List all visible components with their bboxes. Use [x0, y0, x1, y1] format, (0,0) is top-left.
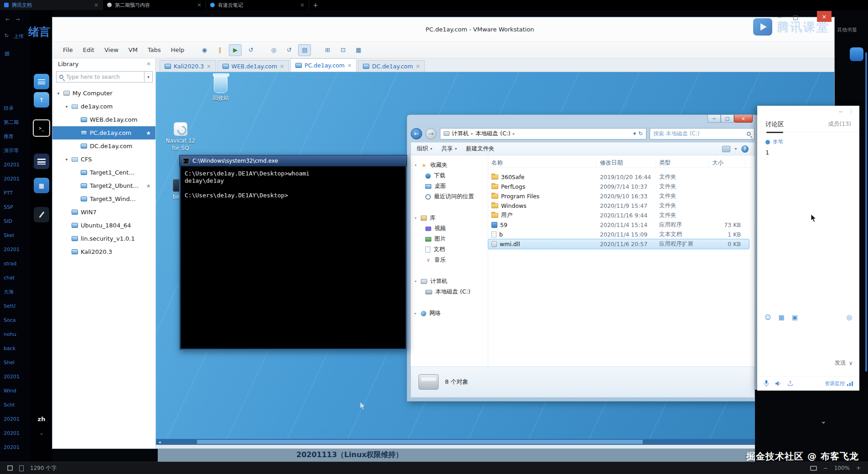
note-list-item[interactable]: back: [0, 341, 31, 356]
file-row-selected[interactable]: wmi.dll 2020/11/6 20:57 应用程序扩展 0 KB: [488, 239, 749, 249]
upload-button[interactable]: 上传: [14, 33, 24, 40]
close-tab-icon[interactable]: ×: [207, 63, 211, 69]
vm-tab-dc[interactable]: DC.de1ay.com ×: [358, 60, 425, 72]
note-list-item[interactable]: Wind: [0, 384, 31, 398]
note-list-item[interactable]: SSP: [0, 200, 31, 214]
breadcrumb-disk-c[interactable]: 本地磁盘 (C:): [475, 130, 511, 138]
share-screen-icon[interactable]: [787, 381, 793, 386]
note-list-item[interactable]: SID: [0, 214, 31, 228]
fullscreen-icon[interactable]: ⊡: [336, 44, 349, 56]
browser-tab-youdao[interactable]: 有道云笔记 ×: [206, 0, 309, 10]
browser-scrollbar[interactable]: [865, 52, 867, 371]
tree-item-pc-de1ay[interactable]: PC.de1ay.com ★: [52, 126, 155, 139]
note-list-item[interactable]: Shel: [0, 356, 31, 370]
tree-item-my-computer[interactable]: ▾ My Computer: [52, 87, 155, 100]
file-row[interactable]: 59 2020/11/4 15:14 应用程序 73 KB: [488, 220, 749, 230]
close-tab-icon[interactable]: ×: [94, 2, 98, 8]
upload-app-icon[interactable]: ↑: [34, 92, 49, 108]
tree-item-ubuntu[interactable]: Ubuntu_1804_64: [52, 219, 155, 232]
nav-item-disk-c[interactable]: 本地磁盘 (C:): [411, 287, 488, 297]
zoom-in-icon[interactable]: +: [856, 465, 861, 471]
nav-group-favorites[interactable]: ▾ ★ 收藏夹: [411, 160, 488, 170]
tree-item-de1ay-group[interactable]: ▾ de1ay.com: [52, 100, 155, 113]
terminal-app-icon[interactable]: >_: [33, 119, 50, 137]
note-list-item[interactable]: nohu: [0, 327, 31, 341]
tree-item-kali[interactable]: Kali2020.3: [52, 245, 155, 258]
note-list-item[interactable]: 演示等: [0, 144, 31, 158]
share-button[interactable]: 共享 ▾: [441, 145, 457, 153]
other-bookmarks[interactable]: 其他书签: [837, 26, 857, 33]
note-list-item[interactable]: 推荐: [0, 129, 31, 144]
nav-item-pictures[interactable]: 图片: [411, 234, 488, 244]
note-list-item[interactable]: strad: [0, 257, 31, 271]
settings-icon[interactable]: ◎: [847, 314, 852, 321]
desktop-icon-navicat[interactable]: Navicat 12 for SQ: [161, 122, 200, 152]
tree-item-target2[interactable]: Target2_Ubunt… ★: [52, 179, 155, 192]
vmware-app-icon[interactable]: [34, 154, 49, 169]
revert-snapshot-icon[interactable]: ↺: [283, 44, 295, 56]
note-list-item[interactable]: 20201: [0, 370, 31, 384]
tree-item-cfs-group[interactable]: ▾ CFS: [52, 153, 155, 166]
suspend-icon[interactable]: ∥: [213, 44, 226, 56]
expander-icon[interactable]: ▾: [413, 279, 418, 283]
favorite-star-icon[interactable]: ★: [146, 183, 151, 189]
snapshot-icon[interactable]: ◎: [267, 44, 280, 56]
caret-down-icon[interactable]: ▾: [64, 157, 69, 162]
window-maximize-icon[interactable]: □: [793, 14, 798, 21]
breadcrumb-separator-icon[interactable]: ▸: [471, 131, 474, 136]
tab-discussion[interactable]: 讨论区: [765, 120, 784, 129]
play-icon[interactable]: ▶: [229, 44, 242, 56]
expander-icon[interactable]: ▾: [413, 216, 418, 220]
nav-item-desktop[interactable]: 桌面: [411, 181, 488, 191]
favorite-star-icon[interactable]: ★: [146, 130, 151, 136]
column-header-type[interactable]: 类型: [656, 158, 709, 167]
zoom-level[interactable]: 100%: [834, 465, 850, 471]
vm-tab-pc[interactable]: PC.de1ay.com ×: [290, 58, 356, 72]
note-list-item[interactable]: Soca: [0, 313, 31, 327]
file-row[interactable]: 360Safe 2019/10/20 16:44 文件夹: [488, 172, 749, 182]
explorer-search-input[interactable]: [653, 130, 744, 137]
mic-icon[interactable]: [764, 380, 769, 387]
grid-app-icon[interactable]: ▦: [34, 178, 49, 193]
menu-file[interactable]: File: [58, 45, 78, 55]
vm-tab-web[interactable]: WEB.de1ay.com ×: [217, 60, 289, 72]
nav-group-network[interactable]: ▸ 网络: [411, 308, 488, 319]
expander-icon[interactable]: ▾: [413, 163, 418, 167]
library-toggle-icon[interactable]: ⊞: [321, 44, 334, 56]
tree-item-linsecurity[interactable]: lin.security_v1.0.1: [52, 232, 155, 245]
tree-item-target1[interactable]: Target1_Cent…: [52, 166, 155, 179]
note-list-item[interactable]: 大海: [0, 285, 31, 299]
address-bar[interactable]: 计算机 ▸ 本地磁盘 (C:) ▸ ▾ ↻: [440, 128, 646, 139]
desktop-icon-recycle-bin[interactable]: 回收站: [202, 76, 240, 102]
maximize-button[interactable]: □: [721, 115, 734, 123]
console-view-icon[interactable]: ▦: [352, 44, 365, 56]
note-list-item[interactable]: 20201: [0, 172, 31, 186]
vmware-title-bar[interactable]: PC.de1ay.com - VMware Workstation: [52, 17, 834, 42]
tab-members[interactable]: 成员(13): [828, 120, 851, 128]
column-header-name[interactable]: 名称: [488, 158, 597, 167]
library-search-box[interactable]: [56, 71, 145, 82]
close-tab-icon[interactable]: ×: [416, 63, 420, 69]
note-list-item[interactable]: 20201: [0, 412, 31, 426]
menu-help[interactable]: Help: [166, 45, 190, 55]
note-list-item[interactable]: 20201: [0, 242, 31, 257]
new-tab-button[interactable]: +: [309, 0, 322, 10]
caret-down-icon[interactable]: ▾: [56, 91, 61, 96]
display-icon[interactable]: [810, 466, 817, 471]
power-icon[interactable]: ◉: [198, 44, 211, 56]
cmd-title-bar[interactable]: C:\ C:\Windows\system32\cmd.exe: [179, 155, 407, 166]
file-row[interactable]: Windows 2020/11/9 15:47 文件夹: [488, 201, 749, 211]
tree-item-target3[interactable]: Target3_Wind…: [52, 192, 155, 206]
note-list-item[interactable]: 目录: [0, 101, 31, 115]
note-list-item[interactable]: 20201: [0, 426, 31, 440]
reset-icon[interactable]: ↺: [244, 44, 257, 56]
nav-group-libraries[interactable]: ▾ 库: [411, 213, 488, 223]
menu-view[interactable]: View: [99, 45, 124, 55]
forward-button[interactable]: →: [425, 128, 437, 139]
nav-item-recent[interactable]: 最近访问的位置: [411, 191, 488, 202]
vm-desktop[interactable]: 回收站 Navicat 12 for SQ beac: [156, 72, 834, 439]
file-row[interactable]: b 2020/11/4 15:09 文本文档 1 KB: [488, 230, 749, 239]
nav-group-computer[interactable]: ▾ 计算机: [411, 276, 488, 287]
refresh-icon[interactable]: ↻: [638, 130, 643, 137]
manage-snapshots-icon[interactable]: ▤: [298, 44, 311, 56]
